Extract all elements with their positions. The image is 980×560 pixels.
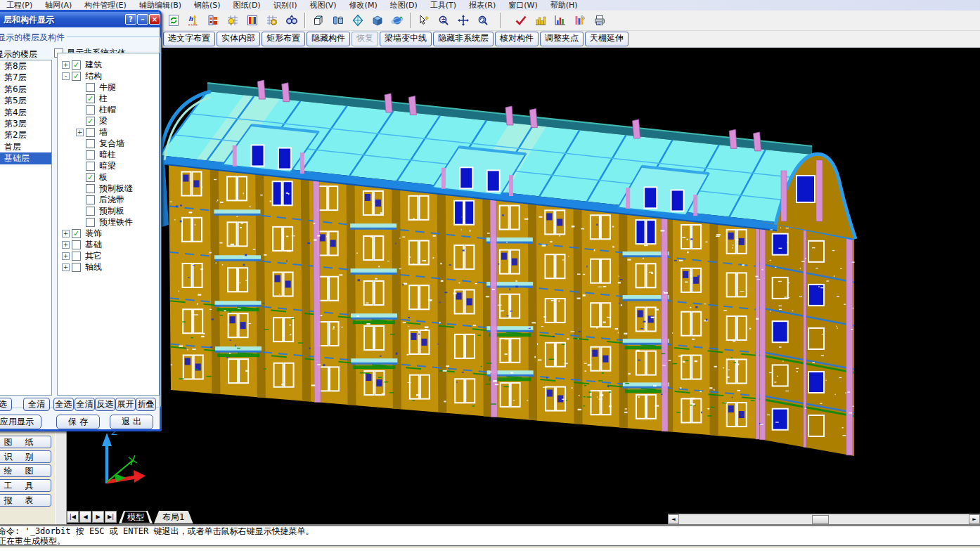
tree-checkbox[interactable] — [86, 218, 95, 227]
floor-item-基础层[interactable]: 基础层 — [0, 152, 51, 164]
menu-item-5[interactable]: 图纸(D) — [227, 0, 267, 11]
tab-nav-button-4[interactable]: ▶| — [105, 511, 117, 523]
dialog-close-button[interactable]: × — [149, 14, 160, 25]
refresh-icon[interactable] — [165, 11, 183, 30]
menu-item-6[interactable]: 识别(I) — [267, 0, 304, 11]
sidebar-button-1[interactable]: 图纸 — [0, 436, 51, 448]
tree-checkbox[interactable] — [86, 162, 95, 171]
menu-item-12[interactable]: 窗口(W) — [502, 0, 543, 11]
tree-item-预制板缝[interactable]: 预制板缝 — [58, 183, 159, 194]
tree-checkbox[interactable] — [86, 128, 95, 137]
scrollbar-left-arrow[interactable]: ◄ — [668, 514, 679, 524]
tree-item-其它[interactable]: +其它 — [58, 250, 159, 261]
tree-clear-all-button[interactable]: 全清 — [75, 398, 95, 411]
menu-item-9[interactable]: 绘图(D) — [384, 0, 424, 11]
tree-item-柱[interactable]: ✓柱 — [58, 93, 159, 104]
sidebar-button-2[interactable]: 识别 — [0, 450, 51, 463]
floor-item-首层[interactable]: 首层 — [0, 141, 51, 152]
format-button-7[interactable]: 隐藏非系统层 — [433, 32, 494, 46]
command-history[interactable]: 命令: '_3dorbit 按 ESC 或 ENTER 键退出，或者单击鼠标右键… — [0, 526, 980, 547]
tree-item-建筑[interactable]: +✓建筑 — [58, 59, 159, 70]
tree-expander[interactable]: + — [62, 230, 70, 237]
tree-expander[interactable]: + — [62, 241, 70, 249]
horizontal-scrollbar[interactable]: ◄ ► — [668, 514, 980, 524]
tree-collapse-button[interactable]: 折叠 — [136, 398, 156, 411]
format-button-10[interactable]: 天棚延伸 — [585, 32, 628, 46]
floors-clear-all-button[interactable]: 全清 — [23, 398, 50, 411]
tree-checkbox[interactable] — [86, 139, 95, 148]
tree-item-后浇带[interactable]: 后浇带 — [58, 194, 159, 205]
histogram-icon[interactable] — [531, 11, 550, 30]
light-grid-icon[interactable] — [224, 11, 242, 30]
format-button-8[interactable]: 核对构件 — [495, 32, 539, 46]
zoom-extents-icon[interactable] — [474, 11, 492, 30]
storey-height-icon[interactable]: h — [184, 11, 202, 30]
scrollbar-thumb[interactable] — [812, 515, 829, 524]
tree-expander[interactable]: + — [62, 61, 70, 69]
zoom-realtime-icon[interactable]: ± — [434, 11, 453, 30]
tree-checkbox[interactable]: ✓ — [72, 72, 81, 81]
tab-nav-button-3[interactable]: ▶ — [92, 511, 104, 523]
tree-item-装饰[interactable]: +✓装饰 — [58, 228, 159, 239]
component-show-icon[interactable] — [204, 11, 222, 30]
dialog-minimize-button[interactable]: – — [137, 14, 148, 25]
pan-icon[interactable] — [454, 11, 472, 30]
tree-checkbox[interactable] — [86, 83, 95, 92]
tree-item-暗柱[interactable]: 暗柱 — [58, 149, 159, 160]
floor-item-第5层[interactable]: 第5层 — [0, 95, 51, 106]
grid-settings-icon[interactable] — [263, 11, 281, 30]
sidebar-button-5[interactable]: 报表 — [0, 494, 51, 507]
format-button-3[interactable]: 矩形布置 — [262, 32, 305, 46]
viewport-canvas[interactable]: Z — [67, 48, 980, 524]
tree-expander[interactable]: + — [62, 252, 70, 260]
tree-checkbox[interactable] — [86, 150, 95, 159]
tree-checkbox[interactable]: ✓ — [86, 117, 95, 126]
menu-item-13[interactable]: 帮助(H) — [544, 0, 584, 11]
wireframe-box-icon[interactable] — [309, 11, 328, 30]
tab-模型[interactable]: 模型 — [119, 511, 153, 523]
colbar-icon[interactable] — [571, 11, 589, 30]
tree-checkbox[interactable]: ✓ — [72, 60, 81, 70]
tab-nav-button-2[interactable]: ◀ — [79, 511, 91, 523]
exit-button[interactable]: 退 出 — [110, 415, 153, 429]
barchart-icon[interactable] — [551, 11, 569, 30]
component-tree[interactable]: +✓建筑-✓结构牛腿✓柱柱帽✓梁+墙复合墙暗柱暗梁✓板预制板缝后浇带预制板预埋铁… — [57, 53, 160, 396]
tree-item-牛腿[interactable]: 牛腿 — [58, 82, 159, 93]
tree-expander[interactable]: - — [62, 72, 70, 80]
sidebar-button-3[interactable]: 绘图 — [0, 464, 51, 477]
tree-checkbox[interactable] — [72, 252, 81, 261]
format-button-2[interactable]: 实体内部 — [217, 32, 260, 46]
menu-item-8[interactable]: 修改(M) — [343, 0, 384, 11]
color-scale-icon[interactable] — [243, 11, 262, 30]
diamond-view-icon[interactable] — [349, 11, 367, 30]
tree-expander[interactable]: + — [62, 263, 70, 271]
floors-select-all-button[interactable]: 全选 — [0, 398, 12, 411]
check-icon[interactable] — [512, 11, 530, 30]
tree-checkbox[interactable]: ✓ — [86, 94, 95, 103]
tree-item-板[interactable]: ✓板 — [58, 171, 159, 183]
tree-item-基础[interactable]: +基础 — [58, 239, 159, 250]
tree-select-all-button[interactable]: 全选 — [53, 398, 74, 411]
tree-item-结构[interactable]: -✓结构 — [58, 70, 159, 82]
tab-布局1[interactable]: 布局1 — [154, 511, 193, 523]
tree-item-柱帽[interactable]: 柱帽 — [58, 104, 159, 115]
menu-item-10[interactable]: 工具(T) — [424, 0, 463, 11]
format-button-9[interactable]: 调整夹点 — [540, 32, 584, 46]
floor-item-第6层[interactable]: 第6层 — [0, 84, 51, 95]
menu-item-11[interactable]: 报表(R) — [463, 0, 502, 11]
tree-checkbox[interactable] — [86, 184, 95, 193]
tree-expander[interactable]: + — [76, 129, 84, 136]
tree-item-墙[interactable]: +墙 — [58, 126, 159, 138]
format-button-6[interactable]: 梁墙变中线 — [380, 32, 432, 46]
apply-display-button[interactable]: 应用显示 — [0, 415, 41, 429]
tree-checkbox[interactable]: ✓ — [72, 229, 81, 238]
scrollbar-right-arrow[interactable]: ► — [969, 514, 980, 524]
tree-checkbox[interactable] — [86, 207, 95, 216]
orbit-icon[interactable] — [388, 11, 406, 30]
tree-item-预埋铁件[interactable]: 预埋铁件 — [58, 216, 159, 228]
solid-view-icon[interactable] — [329, 11, 347, 30]
menu-item-4[interactable]: 钢筋(S) — [188, 0, 227, 11]
menu-item-0[interactable]: 工程(P) — [0, 0, 39, 11]
menu-item-2[interactable]: 构件管理(E) — [78, 0, 133, 11]
menu-item-3[interactable]: 辅助编辑(B) — [133, 0, 188, 11]
